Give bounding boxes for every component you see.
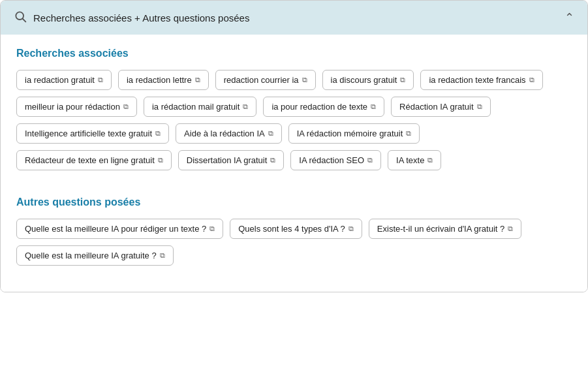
external-link-icon: ⧉ [160, 251, 165, 260]
external-link-icon: ⧉ [508, 225, 513, 233]
chip-item[interactable]: IA rédaction SEO⧉ [290, 150, 381, 170]
chip-label: Quelle est la meilleure IA gratuite ? [25, 251, 157, 260]
external-link-icon: ⧉ [367, 156, 373, 164]
chip-label: Aide à la rédaction IA [184, 129, 265, 138]
external-link-icon: ⧉ [155, 129, 161, 138]
chip-item[interactable]: ia discours gratuit⧉ [322, 70, 414, 90]
chip-label: ia redaction gratuit [25, 75, 95, 85]
chip-item[interactable]: IA texte⧉ [388, 150, 441, 170]
section-title-recherches: Recherches associées [16, 48, 572, 59]
section-header: Recherches associées + Autres questions … [1, 1, 587, 35]
external-link-icon: ⧉ [529, 76, 534, 84]
search-icon [14, 10, 27, 25]
external-link-icon: ⧉ [371, 102, 376, 111]
chip-label: Rédaction IA gratuit [399, 102, 473, 112]
external-link-icon: ⧉ [270, 156, 275, 164]
external-link-icon: ⧉ [243, 102, 248, 111]
section-separator [16, 183, 572, 196]
external-link-icon: ⧉ [400, 76, 405, 84]
chip-label: Existe-t-il un écrivain d'IA gratuit ? [377, 224, 504, 234]
chip-label: Rédacteur de texte en ligne gratuit [25, 155, 155, 165]
chip-label: ia discours gratuit [331, 75, 397, 85]
chip-item[interactable]: ia redaction gratuit⧉ [16, 70, 112, 90]
chip-label: ia rédaction mail gratuit [152, 102, 240, 112]
chip-item[interactable]: Existe-t-il un écrivain d'IA gratuit ?⧉ [369, 219, 521, 239]
chip-item[interactable]: redaction courrier ia⧉ [215, 70, 316, 90]
chevron-up-icon[interactable]: ⌃ [565, 10, 574, 25]
external-link-icon: ⧉ [302, 76, 307, 84]
external-link-icon: ⧉ [195, 76, 200, 84]
chip-label: ia redaction lettre [127, 75, 192, 85]
external-link-icon: ⧉ [123, 102, 129, 111]
chip-label: Quelle est la meilleure IA pour rédiger … [25, 224, 206, 234]
chip-item[interactable]: Aide à la rédaction IA⧉ [176, 123, 282, 144]
header-left: Recherches associées + Autres questions … [14, 10, 249, 25]
chip-label: IA texte [396, 155, 424, 165]
chip-label: Quels sont les 4 types d'IA ? [238, 224, 345, 234]
external-link-icon: ⧉ [209, 225, 215, 233]
questions-chips-grid: Quelle est la meilleure IA pour rédiger … [16, 219, 572, 266]
svg-line-1 [23, 19, 26, 22]
recherches-chips-grid: ia redaction gratuit⧉ia redaction lettre… [16, 70, 572, 170]
main-container: Recherches associées + Autres questions … [0, 0, 588, 292]
chip-item[interactable]: IA rédaction mémoire gratuit⧉ [288, 123, 420, 144]
chip-item[interactable]: Quels sont les 4 types d'IA ?⧉ [230, 219, 362, 239]
external-link-icon: ⧉ [427, 156, 433, 164]
chip-label: meilleur ia pour rédaction [25, 102, 120, 112]
external-link-icon: ⧉ [348, 225, 354, 233]
chip-item[interactable]: ia redaction lettre⧉ [118, 70, 209, 90]
chip-item[interactable]: Rédacteur de texte en ligne gratuit⧉ [16, 150, 172, 170]
chip-label: Dissertation IA gratuit [187, 155, 268, 165]
external-link-icon: ⧉ [268, 129, 273, 138]
chip-label: ia pour redaction de texte [271, 102, 367, 112]
chip-item[interactable]: Quelle est la meilleure IA gratuite ?⧉ [16, 245, 174, 266]
external-link-icon: ⧉ [98, 76, 103, 84]
chip-label: redaction courrier ia [224, 75, 299, 85]
external-link-icon: ⧉ [406, 129, 411, 138]
chip-label: IA rédaction SEO [299, 155, 364, 165]
content-area: Recherches associées ia redaction gratui… [1, 35, 587, 292]
external-link-icon: ⧉ [477, 102, 482, 111]
chip-item[interactable]: ia rédaction mail gratuit⧉ [144, 97, 256, 117]
chip-item[interactable]: ia pour redaction de texte⧉ [263, 97, 384, 117]
chip-label: Intelligence artificielle texte gratuit [25, 129, 152, 138]
chip-item[interactable]: meilleur ia pour rédaction⧉ [16, 97, 137, 117]
chip-item[interactable]: Intelligence artificielle texte gratuit⧉ [16, 123, 169, 144]
external-link-icon: ⧉ [158, 156, 163, 164]
chip-item[interactable]: Rédaction IA gratuit⧉ [391, 97, 490, 117]
header-title: Recherches associées + Autres questions … [33, 12, 249, 23]
chip-label: ia redaction texte francais [429, 75, 525, 85]
chip-item[interactable]: Dissertation IA gratuit⧉ [178, 150, 285, 170]
chip-label: IA rédaction mémoire gratuit [297, 129, 403, 138]
chip-item[interactable]: Quelle est la meilleure IA pour rédiger … [16, 219, 223, 239]
section-title-questions: Autres questions posées [16, 196, 572, 208]
chip-item[interactable]: ia redaction texte francais⧉ [420, 70, 542, 90]
